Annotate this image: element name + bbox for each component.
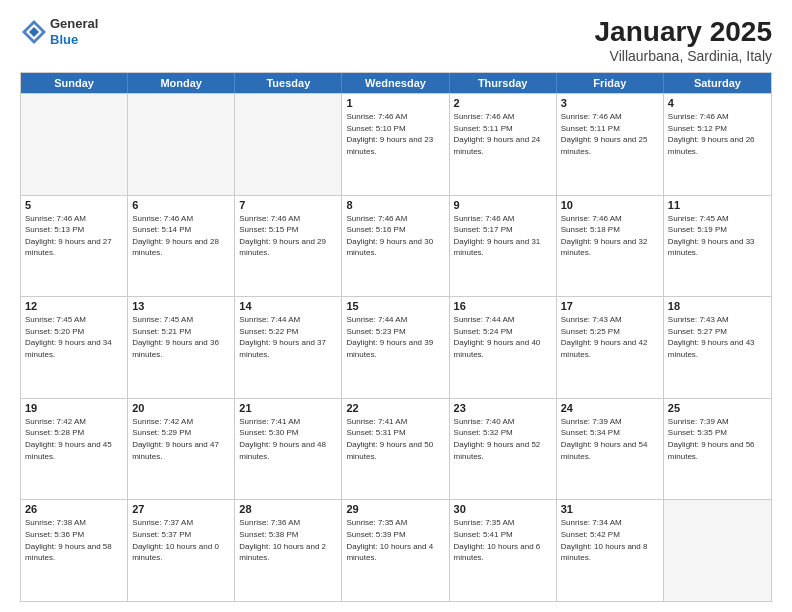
header: General Blue January 2025 Villaurbana, S… <box>20 16 772 64</box>
cal-cell: 9Sunrise: 7:46 AMSunset: 5:17 PMDaylight… <box>450 196 557 297</box>
day-number: 15 <box>346 300 444 312</box>
cal-cell: 24Sunrise: 7:39 AMSunset: 5:34 PMDayligh… <box>557 399 664 500</box>
day-info: Sunrise: 7:46 AMSunset: 5:18 PMDaylight:… <box>561 213 659 259</box>
day-info: Sunrise: 7:44 AMSunset: 5:22 PMDaylight:… <box>239 314 337 360</box>
cal-cell: 31Sunrise: 7:34 AMSunset: 5:42 PMDayligh… <box>557 500 664 601</box>
cal-week-1: 1Sunrise: 7:46 AMSunset: 5:10 PMDaylight… <box>21 93 771 195</box>
day-info: Sunrise: 7:36 AMSunset: 5:38 PMDaylight:… <box>239 517 337 563</box>
cal-cell <box>664 500 771 601</box>
cal-cell <box>128 94 235 195</box>
day-number: 22 <box>346 402 444 414</box>
calendar-body: 1Sunrise: 7:46 AMSunset: 5:10 PMDaylight… <box>21 93 771 601</box>
cal-week-3: 12Sunrise: 7:45 AMSunset: 5:20 PMDayligh… <box>21 296 771 398</box>
day-number: 30 <box>454 503 552 515</box>
cal-cell: 22Sunrise: 7:41 AMSunset: 5:31 PMDayligh… <box>342 399 449 500</box>
calendar-header-row: SundayMondayTuesdayWednesdayThursdayFrid… <box>21 73 771 93</box>
day-number: 24 <box>561 402 659 414</box>
day-info: Sunrise: 7:46 AMSunset: 5:15 PMDaylight:… <box>239 213 337 259</box>
day-number: 7 <box>239 199 337 211</box>
day-info: Sunrise: 7:37 AMSunset: 5:37 PMDaylight:… <box>132 517 230 563</box>
cal-cell: 4Sunrise: 7:46 AMSunset: 5:12 PMDaylight… <box>664 94 771 195</box>
cal-cell: 11Sunrise: 7:45 AMSunset: 5:19 PMDayligh… <box>664 196 771 297</box>
cal-cell: 14Sunrise: 7:44 AMSunset: 5:22 PMDayligh… <box>235 297 342 398</box>
day-number: 27 <box>132 503 230 515</box>
cal-week-5: 26Sunrise: 7:38 AMSunset: 5:36 PMDayligh… <box>21 499 771 601</box>
day-number: 6 <box>132 199 230 211</box>
logo-blue: Blue <box>50 32 98 48</box>
cal-cell: 17Sunrise: 7:43 AMSunset: 5:25 PMDayligh… <box>557 297 664 398</box>
day-info: Sunrise: 7:43 AMSunset: 5:25 PMDaylight:… <box>561 314 659 360</box>
page: General Blue January 2025 Villaurbana, S… <box>0 0 792 612</box>
day-number: 9 <box>454 199 552 211</box>
day-number: 4 <box>668 97 767 109</box>
cal-cell: 26Sunrise: 7:38 AMSunset: 5:36 PMDayligh… <box>21 500 128 601</box>
cal-cell: 5Sunrise: 7:46 AMSunset: 5:13 PMDaylight… <box>21 196 128 297</box>
day-number: 25 <box>668 402 767 414</box>
day-info: Sunrise: 7:41 AMSunset: 5:31 PMDaylight:… <box>346 416 444 462</box>
day-info: Sunrise: 7:39 AMSunset: 5:35 PMDaylight:… <box>668 416 767 462</box>
day-info: Sunrise: 7:42 AMSunset: 5:28 PMDaylight:… <box>25 416 123 462</box>
cal-cell: 20Sunrise: 7:42 AMSunset: 5:29 PMDayligh… <box>128 399 235 500</box>
day-number: 29 <box>346 503 444 515</box>
day-info: Sunrise: 7:46 AMSunset: 5:17 PMDaylight:… <box>454 213 552 259</box>
day-info: Sunrise: 7:34 AMSunset: 5:42 PMDaylight:… <box>561 517 659 563</box>
cal-cell: 25Sunrise: 7:39 AMSunset: 5:35 PMDayligh… <box>664 399 771 500</box>
cal-cell: 13Sunrise: 7:45 AMSunset: 5:21 PMDayligh… <box>128 297 235 398</box>
day-info: Sunrise: 7:44 AMSunset: 5:23 PMDaylight:… <box>346 314 444 360</box>
cal-cell: 1Sunrise: 7:46 AMSunset: 5:10 PMDaylight… <box>342 94 449 195</box>
day-number: 31 <box>561 503 659 515</box>
day-info: Sunrise: 7:46 AMSunset: 5:16 PMDaylight:… <box>346 213 444 259</box>
day-number: 26 <box>25 503 123 515</box>
cal-cell: 2Sunrise: 7:46 AMSunset: 5:11 PMDaylight… <box>450 94 557 195</box>
cal-cell <box>21 94 128 195</box>
day-info: Sunrise: 7:45 AMSunset: 5:19 PMDaylight:… <box>668 213 767 259</box>
cal-cell: 6Sunrise: 7:46 AMSunset: 5:14 PMDaylight… <box>128 196 235 297</box>
cal-cell: 21Sunrise: 7:41 AMSunset: 5:30 PMDayligh… <box>235 399 342 500</box>
calendar: SundayMondayTuesdayWednesdayThursdayFrid… <box>20 72 772 602</box>
day-number: 20 <box>132 402 230 414</box>
cal-header-monday: Monday <box>128 73 235 93</box>
day-info: Sunrise: 7:35 AMSunset: 5:39 PMDaylight:… <box>346 517 444 563</box>
day-number: 14 <box>239 300 337 312</box>
day-info: Sunrise: 7:38 AMSunset: 5:36 PMDaylight:… <box>25 517 123 563</box>
cal-cell: 7Sunrise: 7:46 AMSunset: 5:15 PMDaylight… <box>235 196 342 297</box>
day-number: 5 <box>25 199 123 211</box>
day-info: Sunrise: 7:40 AMSunset: 5:32 PMDaylight:… <box>454 416 552 462</box>
day-info: Sunrise: 7:46 AMSunset: 5:13 PMDaylight:… <box>25 213 123 259</box>
cal-cell: 15Sunrise: 7:44 AMSunset: 5:23 PMDayligh… <box>342 297 449 398</box>
day-number: 19 <box>25 402 123 414</box>
cal-header-saturday: Saturday <box>664 73 771 93</box>
cal-cell: 29Sunrise: 7:35 AMSunset: 5:39 PMDayligh… <box>342 500 449 601</box>
day-number: 28 <box>239 503 337 515</box>
day-info: Sunrise: 7:46 AMSunset: 5:12 PMDaylight:… <box>668 111 767 157</box>
cal-cell: 28Sunrise: 7:36 AMSunset: 5:38 PMDayligh… <box>235 500 342 601</box>
day-number: 23 <box>454 402 552 414</box>
cal-cell: 27Sunrise: 7:37 AMSunset: 5:37 PMDayligh… <box>128 500 235 601</box>
day-number: 21 <box>239 402 337 414</box>
day-info: Sunrise: 7:45 AMSunset: 5:21 PMDaylight:… <box>132 314 230 360</box>
cal-header-sunday: Sunday <box>21 73 128 93</box>
day-info: Sunrise: 7:35 AMSunset: 5:41 PMDaylight:… <box>454 517 552 563</box>
cal-cell: 10Sunrise: 7:46 AMSunset: 5:18 PMDayligh… <box>557 196 664 297</box>
cal-cell: 19Sunrise: 7:42 AMSunset: 5:28 PMDayligh… <box>21 399 128 500</box>
cal-cell: 3Sunrise: 7:46 AMSunset: 5:11 PMDaylight… <box>557 94 664 195</box>
calendar-subtitle: Villaurbana, Sardinia, Italy <box>595 48 772 64</box>
cal-header-thursday: Thursday <box>450 73 557 93</box>
day-info: Sunrise: 7:43 AMSunset: 5:27 PMDaylight:… <box>668 314 767 360</box>
cal-cell: 8Sunrise: 7:46 AMSunset: 5:16 PMDaylight… <box>342 196 449 297</box>
day-info: Sunrise: 7:41 AMSunset: 5:30 PMDaylight:… <box>239 416 337 462</box>
day-number: 18 <box>668 300 767 312</box>
calendar-title: January 2025 <box>595 16 772 48</box>
logo-text: General Blue <box>50 16 98 47</box>
day-number: 17 <box>561 300 659 312</box>
cal-week-4: 19Sunrise: 7:42 AMSunset: 5:28 PMDayligh… <box>21 398 771 500</box>
cal-week-2: 5Sunrise: 7:46 AMSunset: 5:13 PMDaylight… <box>21 195 771 297</box>
cal-cell: 23Sunrise: 7:40 AMSunset: 5:32 PMDayligh… <box>450 399 557 500</box>
day-number: 10 <box>561 199 659 211</box>
day-info: Sunrise: 7:39 AMSunset: 5:34 PMDaylight:… <box>561 416 659 462</box>
day-info: Sunrise: 7:45 AMSunset: 5:20 PMDaylight:… <box>25 314 123 360</box>
cal-cell: 12Sunrise: 7:45 AMSunset: 5:20 PMDayligh… <box>21 297 128 398</box>
title-block: January 2025 Villaurbana, Sardinia, Ital… <box>595 16 772 64</box>
cal-header-friday: Friday <box>557 73 664 93</box>
day-info: Sunrise: 7:46 AMSunset: 5:11 PMDaylight:… <box>561 111 659 157</box>
